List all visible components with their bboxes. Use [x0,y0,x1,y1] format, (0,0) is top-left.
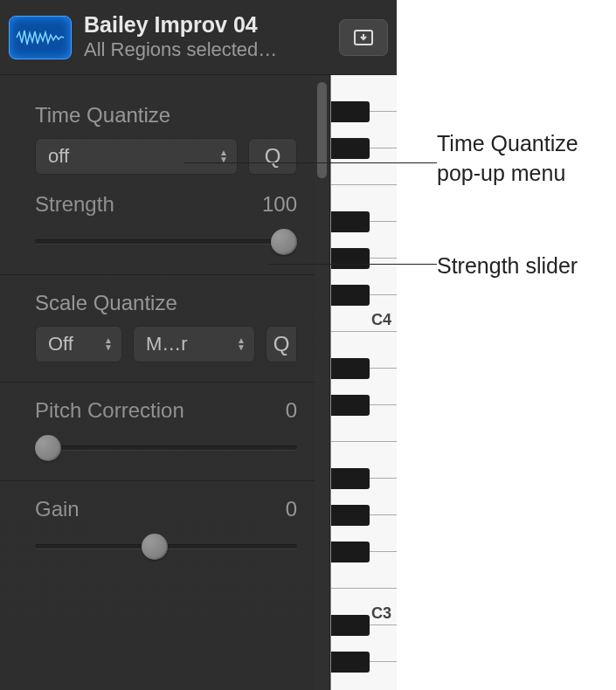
scale-quantize-section: Scale Quantize Off ▲▼ M…r ▲▼ Q [0,275,315,383]
stepper-icon: ▲▼ [237,337,246,351]
pitch-correction-value: 0 [286,398,297,423]
black-key[interactable] [331,138,370,159]
gain-slider[interactable] [35,534,297,560]
scale-quantize-button[interactable]: Q [266,326,297,362]
key-label-c3: C3 [371,604,391,688]
strength-label: Strength [35,192,114,217]
slider-thumb[interactable] [142,534,168,560]
slider-track [35,445,297,451]
list-toggle-button[interactable] [339,19,388,56]
quantize-button[interactable]: Q [248,138,297,175]
vertical-scrollbar[interactable] [315,75,330,690]
slider-track [35,239,297,245]
callout-leader [183,162,437,163]
gain-section: Gain 0 [0,481,315,579]
black-key[interactable] [331,285,370,306]
callout-leader [269,264,437,265]
callout-strength: Strength slider [437,252,578,281]
black-key[interactable] [331,211,370,232]
time-quantize-value: off [48,145,207,168]
black-key[interactable] [331,101,370,122]
stepper-icon: ▲▼ [219,149,228,163]
black-key[interactable] [331,615,370,636]
black-key[interactable] [331,358,370,379]
scale-type-popup[interactable]: M…r ▲▼ [133,326,255,362]
black-key[interactable] [331,652,370,673]
black-key[interactable] [331,248,370,269]
scale-quantize-label: Scale Quantize [35,291,297,315]
piano-ruler: C4C3 [315,75,397,690]
region-subtitle: All Regions selected… [84,38,330,61]
stepper-icon: ▲▼ [104,337,113,351]
slider-thumb[interactable] [35,435,61,461]
panel-header: Bailey Improv 04 All Regions selected… [0,0,397,75]
track-waveform-icon[interactable] [9,16,72,59]
time-quantize-label: Time Quantize [35,103,297,128]
piano-keyboard[interactable]: C4C3 [330,75,397,690]
scale-type-value: M…r [146,333,225,355]
black-key[interactable] [331,505,370,526]
time-quantize-popup[interactable]: off ▲▼ [35,138,238,175]
pitch-correction-slider[interactable] [35,435,297,461]
strength-value: 100 [262,192,297,217]
scale-root-popup[interactable]: Off ▲▼ [35,326,122,362]
gain-value: 0 [286,497,297,521]
black-key[interactable] [331,542,370,562]
strength-slider[interactable] [35,229,297,255]
pitch-correction-section: Pitch Correction 0 [0,383,315,481]
black-key[interactable] [331,395,370,416]
time-quantize-section: Time Quantize off ▲▼ Q Strength 100 [0,91,315,275]
scrollbar-thumb[interactable] [317,82,327,178]
gain-label: Gain [35,497,80,521]
inspector-body: Time Quantize off ▲▼ Q Strength 100 [0,75,315,690]
slider-thumb[interactable] [271,229,297,255]
pitch-correction-label: Pitch Correction [35,398,184,423]
black-key[interactable] [331,468,370,489]
region-title: Bailey Improv 04 [84,13,330,38]
callout-time-quantize: Time Quantize pop-up menu [437,129,616,189]
scale-root-value: Off [48,333,92,355]
